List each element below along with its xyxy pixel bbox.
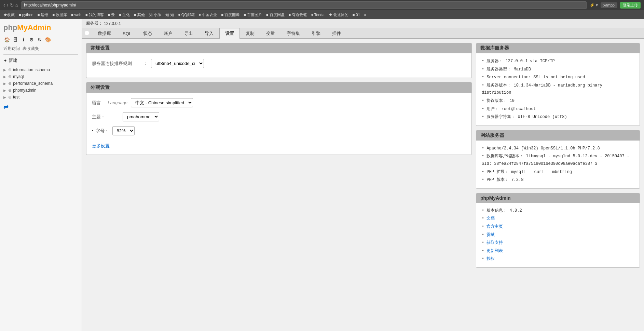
bookmark-cloud[interactable]: ■ 云: [107, 12, 117, 18]
bullet-icon: •: [92, 128, 94, 133]
language-label-en: — Language: [102, 100, 127, 105]
login-button[interactable]: 登录上传: [620, 2, 641, 9]
tab-checkbox[interactable]: [85, 31, 89, 35]
bookmark-qq[interactable]: ● QQ邮箱: [177, 12, 196, 18]
back-button[interactable]: ‹: [3, 2, 5, 8]
db-name: test: [13, 95, 19, 100]
collation-label: 服务器连接排序规则: [92, 61, 140, 67]
collation-row: 服务器连接排序规则 ： utf8mb4_unicode_ci: [92, 59, 466, 68]
expand-icon: ▶: [3, 68, 6, 72]
left-panel: 常规设置 服务器连接排序规则 ： utf8mb4_unicode_ci 外观设置: [86, 43, 472, 327]
external-link-icon[interactable]: ⇌: [3, 103, 9, 111]
logo-admin: Admin: [28, 23, 51, 32]
logo-my: My: [17, 23, 28, 32]
forward-button[interactable]: ›: [6, 2, 8, 8]
db-item-phpmyadmin[interactable]: ▶ ⊕ phpmyadmin: [0, 87, 82, 94]
pma-docs: 文档: [482, 215, 634, 223]
colon: ：: [143, 61, 148, 67]
general-settings-body: 服务器连接排序规则 ： utf8mb4_unicode_ci: [86, 53, 471, 78]
main-content: 服务器： 127.0.0.1 数据库 SQL 状态 账户 导出 导入 设置 复制…: [82, 19, 644, 331]
tab-charset[interactable]: 字符集: [281, 28, 306, 39]
server-label: 服务器：: [86, 21, 102, 26]
pma-changelog: 更新列表: [482, 247, 634, 255]
refresh-button[interactable]: ↻: [10, 2, 14, 8]
bookmark-01[interactable]: ■ 01: [351, 12, 361, 17]
bookmark-tenda[interactable]: ● Tenda: [310, 12, 326, 17]
expand-icon: ▶: [3, 75, 6, 79]
tab-databases[interactable]: 数据库: [92, 28, 117, 39]
bookmark-youdao[interactable]: ■ 有道云笔: [287, 12, 309, 18]
support-link[interactable]: 获取支持: [487, 240, 503, 245]
address-bar[interactable]: http://localhost/phpmyadmin/: [21, 1, 587, 9]
expand-icon: ▶: [3, 95, 6, 99]
bookmark-more[interactable]: »: [363, 12, 368, 17]
theme-select[interactable]: pmahomme: [123, 112, 159, 121]
tab-replication[interactable]: 复制: [240, 28, 260, 39]
language-label-cn: 语言: [92, 100, 101, 105]
web-server-body: Apache/2.4.34 (Win32) OpenSSL/1.1.0h PHP…: [476, 141, 640, 188]
version-value: 4.8.2: [510, 208, 522, 213]
tab-accounts[interactable]: 账户: [158, 28, 178, 39]
bookmark-bio[interactable]: ■ 生化: [118, 12, 131, 18]
bookmarks-bar: ★收藏 ■ python ■ 运维 ■ 数据库 ■ web ■ 我的博客 ■ 云…: [0, 10, 644, 19]
bookmark-zhi[interactable]: 知 知: [164, 12, 175, 18]
bookmark-xiaomo[interactable]: 知 小沫: [148, 12, 163, 18]
bookmark-other[interactable]: ■ 其他: [133, 12, 146, 18]
favorites-link[interactable]: 表收藏夹: [23, 46, 39, 52]
bookmark-favorites[interactable]: ★收藏: [2, 12, 16, 18]
logo-php: php: [3, 23, 17, 32]
fontsize-select[interactable]: 82%: [112, 126, 135, 135]
tab-sql[interactable]: SQL: [117, 29, 137, 38]
fontsize-row: • 字号： 82%: [92, 126, 466, 135]
refresh-icon[interactable]: ↻: [36, 36, 43, 43]
db-cylinder-icon: ⊕: [8, 74, 12, 79]
tab-status[interactable]: 状态: [137, 28, 158, 39]
home-icon[interactable]: 🏠: [3, 36, 10, 43]
db-item-performance-schema[interactable]: ▶ ⊕ performance_schema: [0, 80, 82, 87]
recent-link[interactable]: 近期访问: [3, 46, 20, 52]
bookmark-custom[interactable]: ★ 化逐沫的: [327, 12, 350, 18]
db-item-mysql[interactable]: ▶ ⊕ mysql: [0, 73, 82, 80]
db-icon[interactable]: 🗄: [12, 36, 18, 43]
bookmark-baidu-translate[interactable]: ■ 百度翻译: [220, 12, 241, 18]
web-server-item-1: 数据库客户端版本： libmysql - mysqlnd 5.0.12-dev …: [482, 153, 634, 168]
settings-icon[interactable]: ⚙: [28, 36, 35, 43]
db-cylinder-icon: ⊕: [8, 95, 12, 100]
tab-export[interactable]: 导出: [178, 28, 199, 39]
tab-settings[interactable]: 设置: [219, 28, 240, 39]
collation-select[interactable]: utf8mb4_unicode_ci: [151, 59, 204, 68]
language-select[interactable]: 中文 - Chinese simplified: [131, 98, 193, 107]
tab-import[interactable]: 导入: [199, 28, 219, 39]
home-button[interactable]: ⌂: [15, 2, 18, 8]
bookmark-ops[interactable]: ■ 运维: [36, 12, 50, 18]
docs-link[interactable]: 文档: [487, 216, 495, 221]
contribute-link[interactable]: 贡献: [487, 233, 495, 237]
db-item-information-schema[interactable]: ▶ ⊕ information_schema: [0, 66, 82, 73]
bookmark-db[interactable]: ■ 数据库: [51, 12, 68, 18]
tab-plugins[interactable]: 插件: [326, 28, 347, 39]
db-cylinder-icon: ⊕: [8, 67, 12, 72]
tab-engines[interactable]: 引擎: [306, 28, 326, 39]
bookmark-agriculture[interactable]: ● 中国农业: [197, 12, 219, 18]
server-value: 127.0.0.1: [104, 21, 121, 26]
new-database-button[interactable]: ✦ 新建: [0, 55, 82, 66]
bookmark-web[interactable]: ■ web: [70, 12, 83, 17]
bookmark-blog[interactable]: ■ 我的博客: [84, 12, 105, 18]
changelog-link[interactable]: 更新列表: [487, 249, 503, 253]
more-settings-link[interactable]: 更多设置: [92, 143, 110, 149]
tab-variables[interactable]: 变量: [260, 28, 281, 39]
web-server-header: 网站服务器: [476, 130, 640, 141]
homepage-link[interactable]: 官方主页: [487, 224, 503, 229]
info-icon[interactable]: ℹ: [20, 36, 27, 43]
tab-bar: 数据库 SQL 状态 账户 导出 导入 设置 复制 变量 字符集 引擎 插件: [82, 28, 644, 39]
bookmark-python[interactable]: ■ python: [17, 12, 35, 17]
theme-icon[interactable]: 🎨: [44, 36, 51, 43]
license-link[interactable]: 授权: [487, 256, 495, 261]
web-server-item-3: PHP 版本： 7.2.8: [482, 176, 634, 184]
db-name: information_schema: [13, 67, 50, 72]
db-item-test[interactable]: ▶ ⊕ test: [0, 94, 82, 101]
bookmark-baidu-images[interactable]: ■ 百度图片: [242, 12, 263, 18]
bookmark-baidu-pan[interactable]: ■ 百度网盘: [265, 12, 286, 18]
url-text: http://localhost/phpmyadmin/: [24, 3, 76, 8]
sidebar-toolbar: 🏠 🗄 ℹ ⚙ ↻ 🎨: [0, 35, 82, 44]
